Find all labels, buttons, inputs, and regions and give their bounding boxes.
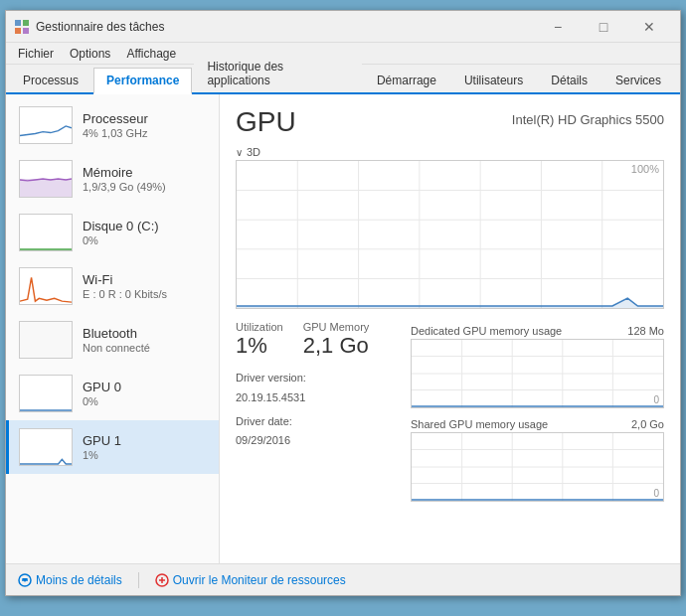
menu-fichier[interactable]: Fichier [10, 45, 62, 63]
maximize-button[interactable]: □ [581, 11, 626, 43]
bottom-divider [138, 572, 139, 588]
dedicated-memory-max: 128 Mo [627, 325, 664, 337]
driver-info: Driver version: 20.19.15.4531 Driver dat… [236, 369, 395, 451]
wifi-thumb [19, 267, 73, 305]
wifi-value: E : 0 R : 0 Kbits/s [83, 288, 209, 300]
sidebar-item-gpu1[interactable]: GPU 1 1% [6, 420, 219, 474]
less-details-icon [18, 573, 32, 587]
memory-name: Mémoire [83, 165, 209, 180]
wifi-info: Wi-Fi E : 0 R : 0 Kbits/s [83, 272, 209, 300]
tab-demarrage[interactable]: Démarrage [364, 68, 449, 92]
sidebar-item-cpu[interactable]: Processeur 4% 1,03 GHz [6, 98, 219, 152]
cpu-thumb [19, 106, 73, 144]
window-title: Gestionnaire des tâches [36, 20, 535, 34]
driver-date-label: Driver date: [236, 412, 395, 432]
svg-rect-2 [15, 28, 21, 34]
menu-options[interactable]: Options [62, 45, 118, 63]
gpu-memory-label: GPU Memory [303, 321, 370, 333]
gpu1-name: GPU 1 [83, 433, 209, 448]
stats-and-info: Utilization 1% GPU Memory 2,1 Go Driver … [236, 321, 664, 512]
bluetooth-value: Non connecté [83, 342, 209, 354]
memory-value: 1,9/3,9 Go (49%) [83, 181, 209, 193]
tab-details[interactable]: Détails [538, 68, 600, 92]
stats-left: Utilization 1% GPU Memory 2,1 Go Driver … [236, 321, 395, 512]
sidebar-item-wifi[interactable]: Wi-Fi E : 0 R : 0 Kbits/s [6, 259, 219, 313]
detail-header: GPU Intel(R) HD Graphics 5500 [236, 106, 664, 138]
gpu0-thumb [19, 375, 73, 412]
main-window: Gestionnaire des tâches − □ ✕ Fichier Op… [5, 10, 681, 596]
stats-row: Utilization 1% GPU Memory 2,1 Go [236, 321, 395, 359]
bluetooth-info: Bluetooth Non connecté [83, 326, 209, 354]
driver-version-value: 20.19.15.4531 [236, 388, 395, 408]
dedicated-memory-label: Dedicated GPU memory usage [411, 325, 562, 337]
gpu-memory-stat: GPU Memory 2,1 Go [303, 321, 370, 359]
cpu-name: Processeur [83, 111, 209, 126]
bluetooth-name: Bluetooth [83, 326, 209, 341]
memory-info: Mémoire 1,9/3,9 Go (49%) [83, 165, 209, 193]
tab-performance[interactable]: Performance [93, 68, 192, 94]
gpu0-name: GPU 0 [83, 380, 209, 394]
utilization-stat: Utilization 1% [236, 321, 283, 359]
svg-rect-3 [23, 28, 29, 34]
chart-3d-label: 3D [236, 146, 664, 158]
bottom-bar: Moins de détails Ouvrir le Moniteur de r… [6, 563, 680, 595]
disk-info: Disque 0 (C:) 0% [83, 219, 209, 246]
detail-title: GPU [236, 106, 296, 138]
memory-thumb [19, 160, 73, 198]
tab-historique[interactable]: Historique des applications [194, 54, 362, 92]
dedicated-memory-section: Dedicated GPU memory usage 128 Mo [411, 325, 664, 408]
memory-charts: Dedicated GPU memory usage 128 Mo [411, 321, 664, 512]
sidebar-item-gpu0[interactable]: GPU 0 0% [6, 367, 219, 420]
main-content: Processeur 4% 1,03 GHz Mémoire 1,9/3,9 G… [6, 94, 680, 563]
tab-bar: Processus Performance Historique des app… [6, 65, 680, 94]
dedicated-memory-chart: 0 [411, 339, 664, 408]
driver-date-value: 09/29/2016 [236, 431, 395, 451]
tab-utilisateurs[interactable]: Utilisateurs [451, 68, 536, 92]
shared-memory-header: Shared GPU memory usage 2,0 Go [411, 418, 664, 430]
monitor-link[interactable]: Ouvrir le Moniteur de ressources [155, 573, 346, 587]
disk-thumb [19, 214, 73, 251]
monitor-icon [155, 573, 169, 587]
menu-affichage[interactable]: Affichage [118, 45, 184, 63]
gpu-memory-value: 2,1 Go [303, 333, 370, 359]
shared-min-label: 0 [653, 488, 659, 499]
monitor-label: Ouvrir le Moniteur de ressources [173, 573, 346, 587]
sidebar-item-bluetooth[interactable]: Bluetooth Non connecté [6, 313, 219, 367]
window-controls: − □ ✕ [535, 11, 672, 43]
svg-marker-16 [237, 298, 663, 308]
gpu1-value: 1% [83, 449, 209, 461]
shared-memory-section: Shared GPU memory usage 2,0 Go [411, 418, 664, 502]
shared-memory-chart: 0 [411, 432, 664, 502]
shared-memory-max: 2,0 Go [631, 418, 664, 430]
detail-panel: GPU Intel(R) HD Graphics 5500 3D 100% [220, 94, 680, 563]
close-button[interactable]: ✕ [626, 11, 672, 43]
sidebar-item-disk[interactable]: Disque 0 (C:) 0% [6, 206, 219, 259]
bluetooth-thumb [19, 321, 73, 359]
gpu-chart: 100% [236, 160, 664, 309]
disk-value: 0% [83, 234, 209, 246]
utilization-value: 1% [236, 333, 283, 359]
svg-rect-1 [23, 20, 29, 26]
app-icon [14, 19, 30, 35]
disk-name: Disque 0 (C:) [83, 219, 209, 233]
svg-rect-0 [15, 20, 21, 26]
utilization-label: Utilization [236, 321, 283, 333]
gpu1-info: GPU 1 1% [83, 433, 209, 461]
tab-processus[interactable]: Processus [10, 68, 91, 92]
sidebar-item-memory[interactable]: Mémoire 1,9/3,9 Go (49%) [6, 152, 219, 206]
title-bar: Gestionnaire des tâches − □ ✕ [6, 11, 680, 43]
chart-max-label: 100% [631, 163, 659, 175]
tab-services[interactable]: Services [602, 68, 674, 92]
detail-subtitle: Intel(R) HD Graphics 5500 [512, 112, 664, 127]
less-details-link[interactable]: Moins de détails [18, 573, 122, 587]
minimize-button[interactable]: − [535, 11, 581, 43]
dedicated-min-label: 0 [653, 394, 659, 405]
gpu0-value: 0% [83, 395, 209, 407]
wifi-name: Wi-Fi [83, 272, 209, 287]
gpu0-info: GPU 0 0% [83, 380, 209, 407]
gpu1-thumb [19, 428, 73, 466]
cpu-info: Processeur 4% 1,03 GHz [83, 111, 209, 139]
shared-memory-label: Shared GPU memory usage [411, 418, 548, 430]
less-details-label: Moins de détails [36, 573, 122, 587]
dedicated-memory-header: Dedicated GPU memory usage 128 Mo [411, 325, 664, 337]
